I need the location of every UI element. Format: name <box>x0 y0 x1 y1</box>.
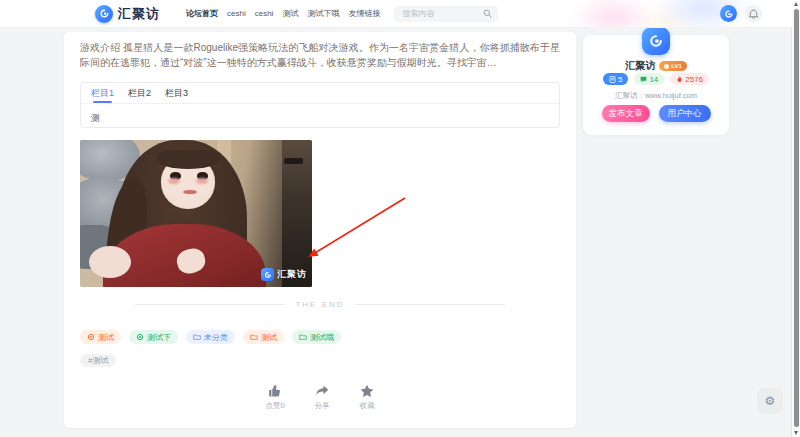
tag-icon <box>136 333 144 341</box>
top-navbar: 汇聚访 论坛首页ceshiceshi测试测试下哦友情链接 <box>0 0 792 28</box>
user-avatar-icon[interactable] <box>720 5 737 22</box>
tab-panel: 栏目1栏目2栏目3 测 <box>80 82 560 128</box>
action-label: 收藏 <box>360 401 375 411</box>
tag-label: 未分类 <box>204 332 228 343</box>
tag-label: 测试哦 <box>310 332 334 343</box>
navbar-right-group <box>720 5 762 22</box>
tag-pill-5[interactable]: 测试哦 <box>292 330 341 344</box>
tab-1[interactable]: 栏目1 <box>91 83 114 103</box>
watermark-logo-icon <box>261 268 274 281</box>
actions-row: 点赞0分享收藏 <box>64 384 576 411</box>
thumb-icon <box>268 384 282 398</box>
stat-value: 2576 <box>685 75 703 84</box>
tag-pill-2[interactable]: 测试下 <box>129 330 178 344</box>
profile-name: 汇聚访 <box>625 59 655 73</box>
article-photo[interactable]: 汇聚访 <box>80 140 312 287</box>
nav-menu: 论坛首页ceshiceshi测试测试下哦友情链接 <box>186 8 380 19</box>
tag-pill-1[interactable]: 测试 <box>80 330 121 344</box>
publish-article-button[interactable]: 发布文章 <box>602 105 650 122</box>
comments-count-badge: 14 <box>634 73 664 85</box>
doc-icon <box>609 76 616 83</box>
level-badge: LV1 <box>659 61 687 71</box>
star-icon <box>360 384 374 398</box>
scrollbar[interactable] <box>791 0 800 437</box>
photo-person-blush <box>196 178 208 184</box>
search-box[interactable] <box>394 6 498 22</box>
profile-buttons: 发布文章 用户中心 <box>583 105 729 122</box>
action-label: 点赞0 <box>265 401 284 411</box>
nav-item-5[interactable]: 测试下哦 <box>307 8 339 19</box>
tab-row: 栏目1栏目2栏目3 <box>81 83 559 104</box>
gear-icon: ⚙ <box>765 394 776 408</box>
profile-motto: 汇聚访：www.huijuf.com <box>583 91 729 101</box>
search-icon[interactable] <box>483 9 492 18</box>
site-brand[interactable]: 汇聚访 <box>95 5 160 23</box>
tag-pill-4[interactable]: 测试 <box>243 330 284 344</box>
tags-row: 测试测试下未分类测试测试哦 <box>80 330 341 344</box>
stat-value: 5 <box>618 75 622 84</box>
share-icon <box>315 384 329 398</box>
tab-3[interactable]: 栏目3 <box>165 83 188 103</box>
article-excerpt: 游戏介绍 孤星猎人是一款Roguelike强策略玩法的飞船对决游戏。作为一名宇宙… <box>80 40 560 70</box>
tag-label: 测试下 <box>147 332 171 343</box>
hashtag-row: #测试 <box>80 349 116 367</box>
tab-2[interactable]: 栏目2 <box>128 83 151 103</box>
profile-avatar[interactable] <box>642 27 670 55</box>
share-button[interactable]: 分享 <box>315 384 330 411</box>
nav-item-2[interactable]: ceshi <box>227 9 246 18</box>
profile-card: 汇聚访 LV1 5142576 汇聚访：www.huijuf.com 发布文章 … <box>583 35 729 135</box>
nav-item-1[interactable]: 论坛首页 <box>186 8 218 19</box>
hashtag-pill[interactable]: #测试 <box>80 354 116 367</box>
end-text: THE END <box>295 300 344 309</box>
tag-icon <box>87 333 95 341</box>
site-title: 汇聚访 <box>118 5 160 23</box>
scrollbar-up-arrow[interactable] <box>794 2 798 6</box>
watermark-text: 汇聚访 <box>277 268 307 281</box>
nav-item-3[interactable]: ceshi <box>255 9 274 18</box>
search-input[interactable] <box>394 9 478 18</box>
divider-line <box>355 304 505 305</box>
flame-icon <box>676 76 683 83</box>
nav-item-4[interactable]: 测试 <box>282 8 298 19</box>
photo-person-blush <box>168 178 180 184</box>
photo-shelf <box>284 158 303 164</box>
photo-person-shoulder <box>89 246 131 278</box>
tag-label: 测试 <box>261 332 277 343</box>
nav-item-6[interactable]: 友情链接 <box>348 8 380 19</box>
tab-content: 测 <box>81 104 559 133</box>
scrollbar-down-arrow[interactable] <box>794 431 798 435</box>
level-label: LV1 <box>671 63 682 69</box>
posts-count-badge: 5 <box>603 73 628 85</box>
site-logo-icon <box>95 5 113 23</box>
tag-label: 测试 <box>98 332 114 343</box>
folder-icon <box>250 333 258 341</box>
stat-value: 14 <box>649 75 658 84</box>
like-button[interactable]: 点赞0 <box>265 384 284 411</box>
divider-line <box>135 304 285 305</box>
profile-stats: 5142576 <box>583 73 729 85</box>
user-center-button[interactable]: 用户中心 <box>659 105 711 122</box>
article-card: 游戏介绍 孤星猎人是一款Roguelike强策略玩法的飞船对决游戏。作为一名宇宙… <box>64 32 576 428</box>
scrollbar-thumb[interactable] <box>794 9 799 427</box>
folder-icon <box>193 333 201 341</box>
action-label: 分享 <box>315 401 330 411</box>
medal-icon <box>664 64 669 69</box>
end-divider: THE END <box>64 300 576 309</box>
favorite-button[interactable]: 收藏 <box>360 384 375 411</box>
profile-name-row: 汇聚访 LV1 <box>583 59 729 73</box>
photo-watermark: 汇聚访 <box>261 268 307 281</box>
settings-fab[interactable]: ⚙ <box>757 388 783 414</box>
views-count-badge: 2576 <box>670 73 709 85</box>
tag-pill-3[interactable]: 未分类 <box>186 330 235 344</box>
bell-icon[interactable] <box>745 5 762 22</box>
folder-icon <box>299 333 307 341</box>
comment-icon <box>640 76 647 83</box>
